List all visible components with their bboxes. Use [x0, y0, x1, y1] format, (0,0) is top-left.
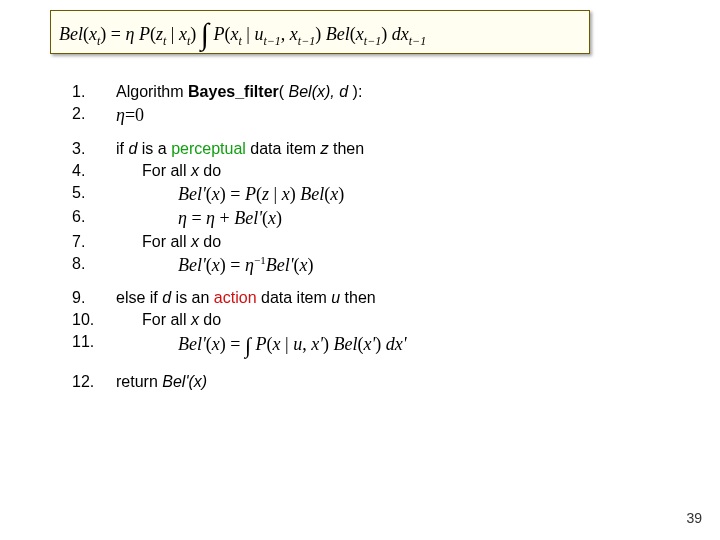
- line-5: 5. Bel'(x) = P(z | x) Bel(x): [72, 183, 672, 206]
- fn-args: Bel(x), d: [289, 83, 349, 100]
- line-number: 5.: [72, 183, 116, 203]
- kw-forall: For all: [142, 311, 191, 328]
- var-d: d: [162, 289, 171, 306]
- line-text: return Bel'(x): [116, 372, 672, 392]
- txt: data item: [246, 140, 321, 157]
- line-2: 2. η=0: [72, 104, 672, 127]
- var-u: u: [331, 289, 340, 306]
- kw-algorithm: Algorithm: [116, 83, 188, 100]
- line-text: else if d is an action data item u then: [116, 288, 672, 308]
- fn-name: Bayes_filter: [188, 83, 279, 100]
- line-text: Bel'(x) = η−1Bel'(x): [116, 254, 672, 277]
- line-text: η=0: [116, 104, 672, 127]
- txt: is a: [137, 140, 171, 157]
- line-number: 2.: [72, 104, 116, 124]
- line-text: For all x do: [116, 310, 672, 330]
- colon: ):: [348, 83, 362, 100]
- kw-forall: For all: [142, 233, 191, 250]
- line-6: 6. η = η + Bel'(x): [72, 207, 672, 230]
- line-number: 11.: [72, 332, 116, 352]
- line-text: Bel'(x) = P(z | x) Bel(x): [116, 183, 672, 206]
- line-number: 7.: [72, 232, 116, 252]
- kw-then: then: [340, 289, 376, 306]
- kw-forall: For all: [142, 162, 191, 179]
- line-3: 3. if d is a perceptual data item z then: [72, 139, 672, 159]
- line-7: 7. For all x do: [72, 232, 672, 252]
- line-text: Algorithm Bayes_filter( Bel(x), d ):: [116, 82, 672, 102]
- line-number: 6.: [72, 207, 116, 227]
- slide: Bel(xt) = η P(zt | xt) ∫ P(xt | ut−1, xt…: [0, 0, 720, 540]
- line-1: 1. Algorithm Bayes_filter( Bel(x), d ):: [72, 82, 672, 102]
- var-x: x: [191, 162, 199, 179]
- line-number: 4.: [72, 161, 116, 181]
- line-number: 8.: [72, 254, 116, 274]
- line-number: 1.: [72, 82, 116, 102]
- kw-then: then: [329, 140, 365, 157]
- txt: data item: [257, 289, 332, 306]
- header-equation: Bel(xt) = η P(zt | xt) ∫ P(xt | ut−1, xt…: [50, 10, 590, 54]
- paren: (: [279, 83, 289, 100]
- line-4: 4. For all x do: [72, 161, 672, 181]
- var-x: x: [191, 233, 199, 250]
- kw-action: action: [214, 289, 257, 306]
- line-11: 11. Bel'(x) = ∫ P(x | u, x') Bel(x') dx': [72, 332, 672, 360]
- line-9: 9. else if d is an action data item u th…: [72, 288, 672, 308]
- line-text: if d is a perceptual data item z then: [116, 139, 672, 159]
- line-number: 10.: [72, 310, 116, 330]
- line-10: 10. For all x do: [72, 310, 672, 330]
- line-number: 9.: [72, 288, 116, 308]
- equation-action-update: Bel'(x) = ∫ P(x | u, x') Bel(x') dx': [116, 332, 407, 360]
- equation-eta-sum: η = η + Bel'(x): [116, 207, 282, 230]
- line-number: 12.: [72, 372, 116, 392]
- equation-normalize: Bel'(x) = η−1Bel'(x): [116, 254, 314, 277]
- txt: is an: [171, 289, 214, 306]
- line-text: Bel'(x) = ∫ P(x | u, x') Bel(x') dx': [116, 332, 672, 360]
- equation-bel-update: Bel'(x) = P(z | x) Bel(x): [116, 183, 344, 206]
- ret-val: Bel'(x): [162, 373, 207, 390]
- line-text: For all x do: [116, 232, 672, 252]
- kw-elseif: else if: [116, 289, 162, 306]
- kw-return: return: [116, 373, 162, 390]
- var-z: z: [321, 140, 329, 157]
- line-text: For all x do: [116, 161, 672, 181]
- kw-do: do: [199, 311, 221, 328]
- kw-if: if: [116, 140, 128, 157]
- var-x: x: [191, 311, 199, 328]
- line-number: 3.: [72, 139, 116, 159]
- page-number: 39: [686, 510, 702, 526]
- kw-perceptual: perceptual: [171, 140, 246, 157]
- algorithm-listing: 1. Algorithm Bayes_filter( Bel(x), d ): …: [72, 82, 672, 394]
- kw-do: do: [199, 233, 221, 250]
- line-text: η = η + Bel'(x): [116, 207, 672, 230]
- line-12: 12. return Bel'(x): [72, 372, 672, 392]
- line-8: 8. Bel'(x) = η−1Bel'(x): [72, 254, 672, 277]
- kw-do: do: [199, 162, 221, 179]
